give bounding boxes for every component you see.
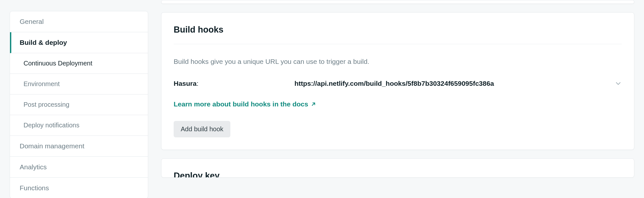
- page-layout: General Build & deploy Continuous Deploy…: [0, 0, 644, 198]
- deploy-key-card: Deploy key: [161, 158, 634, 178]
- main-content: Build hooks Build hooks give you a uniqu…: [161, 0, 644, 198]
- build-hooks-description: Build hooks give you a unique URL you ca…: [174, 56, 622, 67]
- add-build-hook-button[interactable]: Add build hook: [174, 121, 230, 137]
- build-hooks-title: Build hooks: [174, 25, 622, 44]
- deploy-key-title: Deploy key: [174, 171, 622, 178]
- docs-link-text: Learn more about build hooks in the docs: [174, 100, 308, 108]
- previous-card-edge: [161, 0, 634, 4]
- settings-sidebar: General Build & deploy Continuous Deploy…: [10, 11, 148, 198]
- build-hook-row[interactable]: Hasura https://api.netlify.com/build_hoo…: [174, 80, 622, 87]
- build-hook-name: Hasura: [174, 80, 294, 87]
- build-hooks-card: Build hooks Build hooks give you a uniqu…: [161, 12, 634, 150]
- chevron-down-icon[interactable]: [616, 81, 622, 86]
- sidebar-item-analytics[interactable]: Analytics: [10, 157, 148, 178]
- sidebar-subitem-continuous-deployment[interactable]: Continuous Deployment: [10, 53, 148, 74]
- sidebar-subitem-deploy-notifications[interactable]: Deploy notifications: [10, 115, 148, 136]
- sidebar-item-build-deploy[interactable]: Build & deploy: [10, 32, 148, 53]
- sidebar-item-general[interactable]: General: [10, 11, 148, 32]
- external-link-icon: [311, 102, 316, 107]
- sidebar-item-domain-management[interactable]: Domain management: [10, 136, 148, 157]
- sidebar-subitem-post-processing[interactable]: Post processing: [10, 94, 148, 115]
- sidebar-subitem-environment[interactable]: Environment: [10, 74, 148, 94]
- build-hooks-docs-link[interactable]: Learn more about build hooks in the docs: [174, 100, 316, 108]
- sidebar-item-functions[interactable]: Functions: [10, 178, 148, 198]
- build-hook-url: https://api.netlify.com/build_hooks/5f8b…: [294, 80, 616, 87]
